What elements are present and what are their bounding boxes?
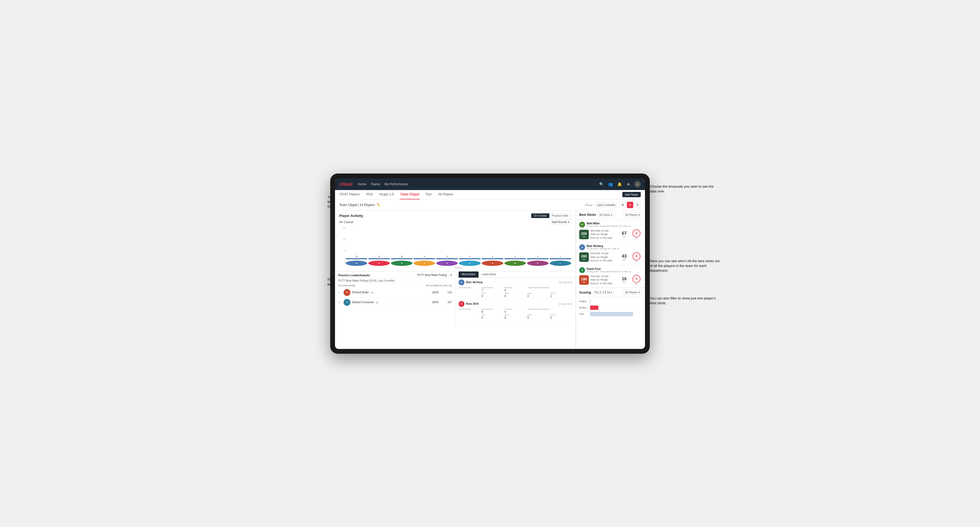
- bar-group: 10: [391, 255, 412, 258]
- sub-nav-hcaps[interactable]: Hcaps 1-5: [379, 190, 395, 199]
- course-toggle-group: On Course Practice Drills: [531, 213, 571, 218]
- leaderboard-rows: 1 R Richard Butler 1 19/20 110 2 E Edwar…: [335, 288, 455, 307]
- player-activity-header: Player Activity On Course Practice Drill…: [335, 211, 576, 220]
- lb-avg: 107: [439, 301, 452, 304]
- scoring-label: Pars: [579, 313, 589, 316]
- bar-value-label: 4: [469, 255, 470, 258]
- scoring-title: Scoring: [579, 290, 591, 294]
- chart-area: 1312109543322 BRDJEDRMEL Players: [346, 227, 571, 269]
- scoring-par-filter[interactable]: Par 3, 4 & 5s ▾: [593, 290, 614, 295]
- players-avatars-row: BRDJEDRMEL: [346, 259, 571, 266]
- scoring-row: Pars 499: [579, 312, 642, 316]
- scoring-bar: [590, 306, 598, 310]
- most-active-tab[interactable]: Most Active: [458, 271, 479, 278]
- tablet-screen: clippd Home Teams My Performance 🔍 👥 🔔 ⊕…: [335, 178, 645, 349]
- scoring-section: Scoring Par 3, 4 & 5s ▾ All Players ▾: [576, 288, 645, 349]
- total-practice-group: Total Practice Activities: [528, 286, 549, 292]
- users-icon[interactable]: 👥: [607, 181, 614, 187]
- player-avatar-small: B: [346, 260, 367, 266]
- leaderboard-row[interactable]: 1 R Richard Butler 1 19/20 110: [335, 288, 455, 298]
- nav-home[interactable]: Home: [358, 182, 366, 186]
- shot-card[interactable]: D David Ford 24 Aug 2023 · Royal North D…: [576, 265, 645, 288]
- scoring-players-filter[interactable]: All Players ▾: [624, 290, 642, 295]
- nav-teams[interactable]: Teams: [371, 182, 380, 186]
- on-course-toggle[interactable]: On Course: [531, 213, 549, 218]
- tablet-shell: clippd Home Teams My Performance 🔍 👥 🔔 ⊕…: [330, 173, 650, 354]
- sub-nav-all-players[interactable]: All Players: [438, 190, 454, 199]
- player-avatar-small: J: [414, 260, 435, 266]
- bell-icon[interactable]: 🔔: [616, 181, 623, 187]
- lb-avatar: R: [344, 289, 350, 296]
- scoring-bar-container: 96: [590, 306, 642, 310]
- shot-stats-row: 200 SG Shot Dist: 67 ydsStart Lie: Rough…: [579, 229, 642, 240]
- shot-player-info: Blair McHarg 23 Jul 2023 · Aldridge GC, …: [587, 244, 639, 250]
- sub-nav-pgat[interactable]: PGAT Players: [339, 190, 360, 199]
- leaderboard-row[interactable]: 2 E Edward Crossman 2 18/20 107: [335, 298, 455, 307]
- scoring-label: Eagles: [579, 300, 589, 303]
- player-avatar-small: M: [504, 260, 526, 266]
- scoring-row: Birdies 96: [579, 306, 642, 310]
- activity-player-name: Rees Britt: [466, 302, 557, 305]
- scoring-label: Birdies: [579, 306, 589, 309]
- grid-view-btn[interactable]: ⊞: [619, 202, 626, 208]
- shot-info: Shot Dist: 16 ydsStart Lie: RoughEnd Lie…: [590, 275, 617, 286]
- players-filter-dropdown[interactable]: All Players ▾: [624, 213, 642, 217]
- activity-date: 26 Aug 2023: [559, 281, 572, 284]
- practice-group: Practice 4: [504, 308, 526, 313]
- bar-value-label: 2: [537, 255, 538, 258]
- shot-badge: 200 SG: [579, 230, 589, 239]
- shots-filter-dropdown[interactable]: All Shots ▾: [598, 213, 614, 217]
- sub-nav: PGAT Players PGA Hcaps 1-5 Team Clippd T…: [335, 190, 645, 200]
- activity-entry: R Rees Britt 02 Sep 2023 Total Rounds To…: [455, 300, 576, 321]
- bar-value-label: 2: [560, 255, 561, 258]
- heart-view-btn[interactable]: ♥: [627, 202, 633, 208]
- bar-value-label: 5: [447, 255, 448, 258]
- scoring-chart: Eagles 3 Birdies 96 Pars 499: [576, 297, 645, 321]
- practice-leaderboards-panel: Practice Leaderboards PUTT Must Make Put…: [335, 271, 455, 324]
- show-label: Show:: [585, 203, 593, 206]
- chart-sub-header: On Course Total Rounds ▾: [339, 220, 571, 224]
- activity-player-row: B Blair McHarg 26 Aug 2023: [458, 279, 572, 285]
- lb-player-name: Richard Butler 1: [352, 291, 425, 294]
- nav-links: Home Teams My Performance: [358, 182, 593, 186]
- edit-icon[interactable]: ✏️: [377, 203, 380, 206]
- view-icons: ⊞ ♥ ☰: [619, 202, 641, 208]
- sub-nav-pga[interactable]: PGA: [366, 190, 373, 199]
- least-active-tab[interactable]: Least Active: [479, 271, 499, 278]
- chart-section: On Course Total Rounds ▾ 15 10 5: [335, 220, 576, 271]
- plus-icon[interactable]: ⊕: [625, 181, 632, 187]
- left-panel: Player Activity On Course Practice Drill…: [335, 211, 576, 349]
- total-rounds-filter[interactable]: Total Rounds ▾: [550, 220, 571, 224]
- user-avatar[interactable]: A: [634, 181, 641, 187]
- leaderboard-header: PLAYER NAME PB SCORE PB AVG SQ: [335, 284, 455, 288]
- activity-entries: B Blair McHarg 26 Aug 2023 Total Rounds …: [455, 278, 576, 321]
- annotation-bottom-right2: You can also filter to show just one pla…: [650, 296, 722, 306]
- shot-card[interactable]: B Blair McHarg 23 Jul 2023 · Aldridge GC…: [576, 242, 645, 265]
- shot-player-row: M Matt Miller 09 Jun 2023 · Royal North …: [579, 222, 642, 227]
- practice-group: Practice 6: [504, 286, 526, 292]
- annotation-bottom-right: Here you can see who's hit the best shot…: [650, 259, 722, 273]
- annotation-top-right: Choose the timescale you wish to see the…: [650, 184, 719, 194]
- sub-nav-tour[interactable]: Tour: [425, 190, 432, 199]
- leaderboard-filter[interactable]: PUTT Must Make Putting ... ▾: [417, 274, 452, 276]
- lb-avatar: E: [344, 299, 350, 306]
- nav-performance[interactable]: My Performance: [384, 182, 408, 186]
- team-header: Team Clippd | 14 Players ✏️ Show: Last 3…: [335, 200, 645, 211]
- tournament-group: Tournament 8: [482, 308, 503, 313]
- shot-player-info: David Ford 24 Aug 2023 · Royal North Dev…: [587, 268, 639, 273]
- shot-player-info: Matt Miller 09 Jun 2023 · Royal North De…: [587, 222, 639, 227]
- time-filter-dropdown[interactable]: Last 3 months: [595, 203, 617, 207]
- bar-group: 2: [550, 255, 571, 258]
- search-icon[interactable]: 🔍: [598, 181, 605, 187]
- shot-info: Shot Dist: 67 ydsStart Lie: RoughEnd Lie…: [590, 229, 617, 240]
- lb-rank: 1: [338, 291, 344, 294]
- shot-card[interactable]: M Matt Miller 09 Jun 2023 · Royal North …: [576, 220, 645, 243]
- x-axis-label: Players: [346, 267, 571, 269]
- list-view-btn[interactable]: ☰: [634, 202, 641, 208]
- lb-badge: 1: [371, 291, 374, 294]
- sub-nav-team-clippd[interactable]: Team Clippd: [400, 190, 420, 199]
- practice-drills-toggle[interactable]: Practice Drills: [549, 213, 571, 218]
- add-team-button[interactable]: Add Team: [622, 192, 641, 197]
- activity-date: 02 Sep 2023: [559, 303, 572, 305]
- shot-player-name: Matt Miller: [587, 222, 639, 225]
